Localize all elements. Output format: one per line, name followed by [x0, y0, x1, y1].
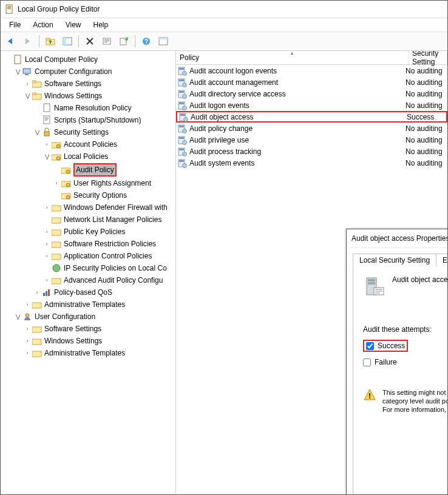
svg-rect-47 — [32, 303, 41, 308]
svg-rect-3 — [7, 8, 11, 9]
chevron-right-icon[interactable]: › — [33, 289, 41, 296]
svg-point-57 — [183, 82, 187, 87]
policy-row[interactable]: Audit privilege useNo auditing — [176, 134, 447, 146]
help-button[interactable]: ? — [138, 33, 154, 49]
tree-pane: Local Computer Policy ⋁ Computer Configu… — [1, 51, 176, 495]
policy-row[interactable]: Audit policy changeNo auditing — [176, 123, 447, 134]
tree-advanced-audit[interactable]: ›Advanced Audit Policy Configu — [42, 274, 175, 286]
chevron-down-icon[interactable] — [4, 56, 12, 63]
tree-local-policies[interactable]: ⋁Local Policies — [42, 150, 175, 163]
success-checkbox[interactable] — [366, 342, 374, 350]
tree-user-software[interactable]: ›Software Settings — [22, 323, 175, 335]
svg-rect-83 — [369, 393, 370, 397]
chevron-right-icon[interactable]: › — [43, 141, 50, 148]
menu-help[interactable]: Help — [89, 19, 114, 30]
svg-rect-9 — [104, 39, 109, 40]
chevron-right-icon[interactable]: › — [43, 240, 50, 247]
policy-setting: No auditing — [403, 78, 447, 87]
folder-lock-icon — [61, 165, 71, 175]
tree-name-resolution[interactable]: Name Resolution Policy — [32, 102, 175, 114]
policy-row[interactable]: Audit process trackingNo auditing — [176, 146, 447, 157]
tree-security-options[interactable]: Security Options — [52, 189, 175, 201]
chevron-right-icon[interactable]: › — [43, 252, 50, 260]
tree-ipsec[interactable]: IP Security Policies on Local Co — [42, 262, 175, 274]
tree-audit-policy[interactable]: Audit Policy — [52, 163, 175, 177]
menu-file[interactable]: File — [4, 19, 25, 30]
chevron-right-icon[interactable]: › — [24, 349, 31, 357]
properties-button[interactable] — [99, 33, 115, 49]
chevron-right-icon[interactable]: › — [24, 325, 31, 332]
tree-network-list[interactable]: Network List Manager Policies — [42, 214, 175, 226]
policy-item-icon — [177, 158, 187, 168]
success-label: Success — [378, 342, 405, 350]
policy-item-icon — [177, 78, 187, 87]
chevron-right-icon[interactable]: › — [24, 337, 31, 345]
folder-lock-icon — [61, 190, 71, 200]
tab-local-security[interactable]: Local Security Setting — [353, 254, 436, 267]
svg-point-54 — [183, 71, 187, 75]
chevron-down-icon[interactable]: ⋁ — [14, 313, 21, 320]
filter-button[interactable] — [155, 33, 171, 49]
svg-rect-5 — [46, 38, 50, 40]
tree-root[interactable]: Local Computer Policy — [3, 53, 175, 66]
tree-security-settings[interactable]: ⋁Security Settings — [32, 126, 175, 138]
export-button[interactable] — [116, 33, 132, 49]
menu-view[interactable]: View — [61, 19, 86, 30]
chevron-down-icon[interactable]: ⋁ — [33, 129, 41, 136]
policy-item-icon — [177, 89, 187, 99]
properties-dialog: Audit object access Properties ? Local S… — [346, 229, 447, 495]
tree-public-key[interactable]: ›Public Key Policies — [42, 226, 175, 238]
tree-account-policies[interactable]: ›Account Policies — [42, 138, 175, 150]
delete-button[interactable] — [82, 33, 98, 49]
tree-scripts[interactable]: Scripts (Startup/Shutdown) — [32, 114, 175, 126]
col-security[interactable]: Security Setting — [409, 51, 447, 64]
svg-point-63 — [183, 106, 187, 110]
policy-icon — [13, 55, 22, 64]
tree-policy-qos[interactable]: ›Policy-based QoS — [32, 286, 175, 298]
tree-user-windows[interactable]: ›Windows Settings — [22, 335, 175, 347]
tree-windows-settings[interactable]: ⋁Windows Settings — [22, 90, 175, 102]
tree-app-control[interactable]: ›Application Control Policies — [42, 250, 175, 262]
chevron-right-icon[interactable]: › — [24, 80, 31, 87]
show-hide-tree-button[interactable] — [59, 33, 75, 49]
tree-user-rights[interactable]: ›User Rights Assignment — [52, 177, 175, 189]
tree-software-restriction[interactable]: ›Software Restriction Policies — [42, 238, 175, 250]
svg-point-66 — [184, 117, 188, 121]
chevron-right-icon[interactable]: › — [43, 277, 50, 284]
policy-setting: No auditing — [403, 159, 447, 167]
policy-row[interactable]: Audit system eventsNo auditing — [176, 157, 447, 169]
tree-computer-configuration[interactable]: ⋁ Computer Configuration — [13, 66, 175, 78]
col-policy[interactable]: Policy▴ — [176, 51, 409, 64]
chevron-right-icon[interactable]: › — [43, 204, 50, 211]
policy-item-icon — [177, 147, 187, 157]
tree-user-configuration[interactable]: ⋁User Configuration — [13, 311, 175, 323]
tree-software-settings[interactable]: ›Software Settings — [22, 78, 175, 90]
up-button[interactable] — [42, 33, 58, 49]
svg-rect-46 — [48, 289, 50, 296]
policy-row[interactable]: Audit object accessSuccess — [176, 111, 447, 123]
tree-firewall[interactable]: ›Windows Defender Firewall with — [42, 201, 175, 214]
policy-row[interactable]: Audit account logon eventsNo auditing — [176, 65, 447, 76]
main-window: Local Group Policy Editor File Action Vi… — [0, 0, 448, 495]
failure-checkbox[interactable] — [363, 359, 371, 366]
tree-admin-templates[interactable]: ›Administrative Templates — [22, 298, 175, 311]
svg-rect-2 — [7, 7, 11, 8]
tree-user-admin-templates[interactable]: ›Administrative Templates — [22, 347, 175, 359]
svg-rect-68 — [179, 126, 184, 127]
chevron-right-icon[interactable]: › — [24, 301, 31, 308]
back-button[interactable] — [3, 33, 19, 49]
policy-row[interactable]: Audit account managementNo auditing — [176, 76, 447, 88]
forward-button[interactable] — [20, 33, 36, 49]
chevron-down-icon[interactable]: ⋁ — [14, 68, 21, 75]
menu-action[interactable]: Action — [28, 19, 58, 30]
svg-text:?: ? — [144, 38, 148, 45]
svg-point-36 — [66, 195, 70, 199]
chevron-down-icon[interactable]: ⋁ — [43, 153, 50, 160]
policy-row[interactable]: Audit directory service accessNo auditin… — [176, 88, 447, 99]
tab-explain[interactable]: Explain — [436, 254, 447, 267]
chevron-right-icon[interactable]: › — [53, 180, 60, 187]
chevron-down-icon[interactable]: ⋁ — [24, 92, 31, 99]
svg-rect-1 — [7, 6, 11, 7]
chevron-right-icon[interactable]: › — [43, 228, 50, 235]
policy-row[interactable]: Audit logon eventsNo auditing — [176, 99, 447, 111]
